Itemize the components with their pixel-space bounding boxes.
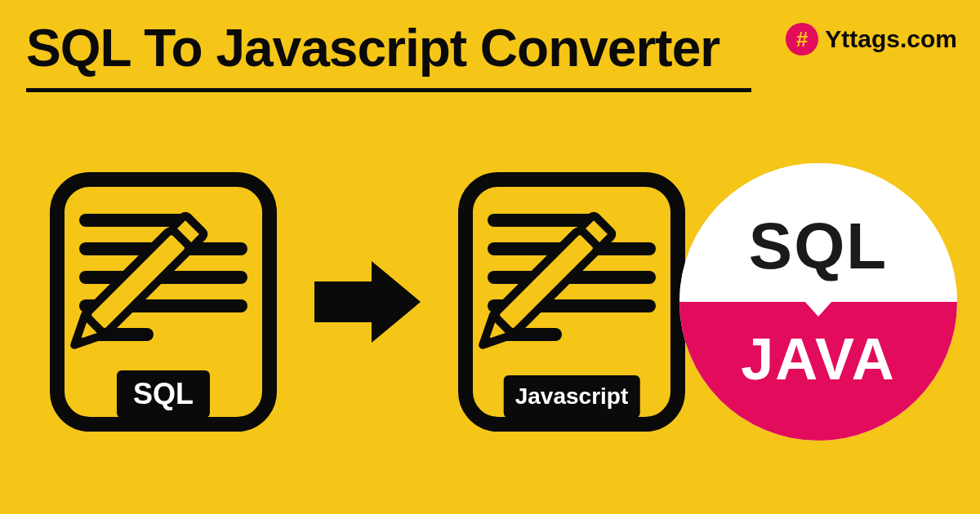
page-title: SQL To Javascript Converter	[26, 18, 719, 78]
target-label: Javascript	[504, 375, 640, 418]
arrow-right-icon	[310, 253, 425, 351]
source-label: SQL	[117, 370, 210, 418]
target-document: Javascript	[449, 163, 694, 441]
conversion-graphic: SQL Javascript	[41, 163, 694, 441]
badge-bottom-text: JAVA	[741, 326, 895, 392]
source-document: SQL	[41, 163, 286, 441]
hashtag-icon: #	[786, 23, 818, 55]
title-underline	[26, 88, 751, 92]
badge-top-text: SQL	[749, 209, 888, 284]
brand-name: Yttags.com	[825, 25, 957, 53]
badge-top-half: SQL	[679, 163, 957, 302]
svg-marker-10	[314, 261, 421, 343]
brand-logo: # Yttags.com	[786, 23, 957, 55]
sql-java-badge: SQL JAVA	[679, 163, 957, 441]
badge-bottom-half: JAVA	[679, 302, 957, 441]
badge-notch-icon	[804, 300, 833, 317]
